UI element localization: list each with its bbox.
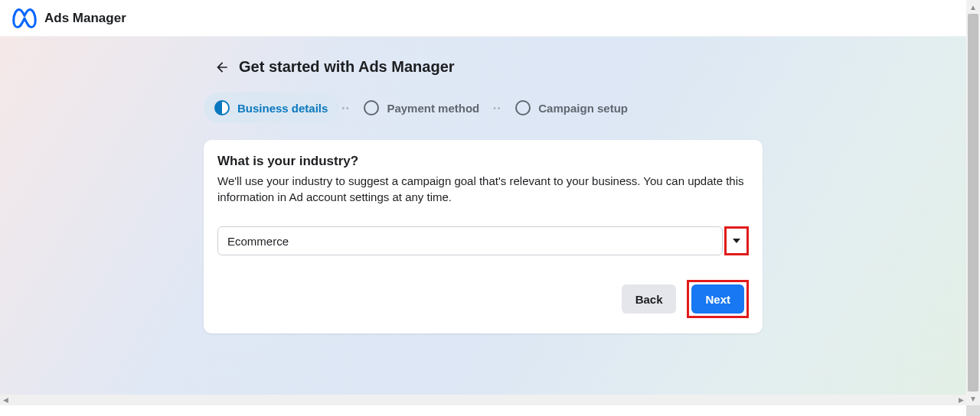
step-label: Payment method: [387, 102, 479, 115]
step-payment-method[interactable]: Payment method: [353, 93, 490, 123]
back-button[interactable]: Back: [622, 284, 677, 314]
industry-select-caret[interactable]: [724, 226, 749, 255]
step-circle-icon: [364, 100, 379, 115]
page-background: Get started with Ads Manager Business de…: [0, 37, 966, 405]
app-header: Ads Manager: [0, 0, 966, 37]
industry-select-value: Ecommerce: [227, 235, 289, 248]
caret-down-icon: [733, 239, 740, 243]
progress-stepper: Business details •• Payment method •• Ca…: [204, 93, 763, 123]
step-label: Campaign setup: [538, 102, 628, 115]
scrollbar-thumb[interactable]: [968, 14, 978, 392]
app-title: Ads Manager: [44, 11, 126, 26]
vertical-scrollbar[interactable]: ▲ ▼: [966, 0, 980, 405]
step-separator-icon: ••: [490, 104, 505, 112]
horizontal-scrollbar[interactable]: ◀ ▶: [0, 395, 966, 405]
scroll-left-icon[interactable]: ◀: [0, 395, 11, 405]
scroll-down-icon[interactable]: ▼: [966, 392, 980, 405]
step-circle-icon: [515, 100, 531, 115]
next-button-highlight: Next: [687, 280, 749, 318]
scroll-up-icon[interactable]: ▲: [966, 0, 980, 14]
scroll-right-icon[interactable]: ▶: [956, 395, 966, 405]
industry-select[interactable]: Ecommerce: [217, 226, 723, 255]
step-business-details[interactable]: Business details: [204, 93, 338, 123]
industry-card: What is your industry? We'll use your in…: [204, 140, 763, 333]
step-campaign-setup[interactable]: Campaign setup: [505, 93, 639, 123]
back-arrow-icon[interactable]: [214, 60, 230, 75]
card-heading: What is your industry?: [217, 154, 749, 169]
meta-logo-icon: [12, 6, 37, 31]
step-circle-icon: [214, 100, 230, 115]
step-separator-icon: ••: [338, 104, 353, 112]
page-title: Get started with Ads Manager: [239, 58, 455, 76]
step-label: Business details: [237, 102, 328, 115]
card-description: We'll use your industry to suggest a cam…: [217, 173, 749, 205]
next-button[interactable]: Next: [691, 284, 744, 314]
scroll-corner: [966, 405, 980, 416]
